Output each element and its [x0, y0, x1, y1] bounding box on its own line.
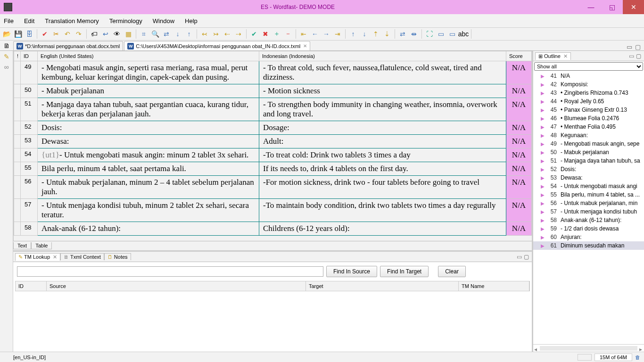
- segment-row[interactable]: 56- Untuk mabuk perjalanan, minum 2 – 4 …: [14, 176, 532, 199]
- segment-target[interactable]: -To maintain body condition, drink two t…: [259, 199, 506, 222]
- next-alt-icon[interactable]: ⇣: [382, 29, 392, 39]
- segment-source[interactable]: {ut1}- Untuk mengobati masuk angin: minu…: [38, 148, 259, 162]
- segment-row[interactable]: 51- Manjaga daya tahan tubuh, saat perga…: [14, 98, 532, 121]
- segment-source[interactable]: Bila perlu, minum 4 tablet, saat pertama…: [38, 162, 259, 176]
- tab-outline[interactable]: ⊞Outline✕: [535, 52, 571, 60]
- tab-txml-context[interactable]: 🗎Txml Context: [60, 253, 104, 260]
- outline-item[interactable]: ▶44• Royal Jelly 0.65: [533, 97, 644, 106]
- menu-file[interactable]: File: [2, 16, 16, 25]
- cut-icon[interactable]: ✂: [51, 29, 61, 39]
- tm-col-source[interactable]: Source: [47, 281, 306, 291]
- menu-terminology[interactable]: Terminology: [107, 16, 144, 25]
- outline-item[interactable]: ▶47• Menthae Folia 0.495: [533, 123, 644, 131]
- outline-item[interactable]: ▶61Diminum sesudah makan: [533, 241, 644, 250]
- outline-item[interactable]: ▶51- Manjaga daya tahan tubuh, sa: [533, 156, 644, 165]
- panel-max-icon[interactable]: ▢: [523, 254, 530, 260]
- filter-icon[interactable]: ▦: [124, 29, 133, 39]
- reject-icon[interactable]: ✖: [261, 29, 270, 39]
- window2-icon[interactable]: ▭: [447, 29, 457, 39]
- nav-down-icon[interactable]: ↓: [173, 29, 182, 39]
- segment-row[interactable]: 52Dosis:Dosage:N/A: [14, 121, 532, 135]
- unlink-icon[interactable]: ⇹: [409, 29, 419, 39]
- outline-item[interactable]: ▶42Komposisi:: [533, 80, 644, 89]
- outline-item[interactable]: ▶43• Zingiberis Rhizoma 0.743: [533, 89, 644, 97]
- copy-source-icon[interactable]: ⇄: [162, 29, 171, 39]
- redo-icon[interactable]: ↷: [74, 29, 83, 39]
- outline-max-icon[interactable]: ▢: [635, 53, 642, 59]
- segment-row[interactable]: 50- Mabuk perjalanan- Motion sicknessN/A: [14, 84, 532, 98]
- save-icon[interactable]: 💾: [13, 29, 23, 39]
- outline-item[interactable]: ▶59- 1/2 dari dosis dewasa: [533, 224, 644, 233]
- tm-col-id[interactable]: ID: [16, 281, 47, 291]
- col-id[interactable]: ID: [21, 51, 38, 61]
- nav-up-icon[interactable]: ↑: [184, 29, 194, 39]
- confirm-icon[interactable]: ✔: [249, 29, 259, 39]
- outline-tree[interactable]: ▶41N/A▶42Komposisi:▶43• Zingiberis Rhizo…: [533, 72, 644, 344]
- tag-icon[interactable]: 🏷: [90, 29, 99, 39]
- pen-icon[interactable]: ✎: [4, 53, 9, 60]
- prev-untrans-icon[interactable]: ↢: [200, 29, 209, 39]
- find-in-target-button[interactable]: Find In Target: [380, 266, 429, 277]
- outline-item[interactable]: ▶41N/A: [533, 72, 644, 80]
- segment-row[interactable]: 54{ut1}- Untuk mengobati masuk angin: mi…: [14, 148, 532, 162]
- clear-button[interactable]: Clear: [438, 266, 466, 277]
- last-icon[interactable]: ⇥: [333, 29, 342, 39]
- segment-target[interactable]: Childrens (6-12 years old):: [259, 222, 506, 236]
- segment-row[interactable]: 58Anak-anak (6-12 tahun):Childrens (6-12…: [14, 222, 532, 236]
- remove-icon[interactable]: －: [283, 29, 293, 39]
- prev-note-icon[interactable]: ⇠: [223, 29, 232, 39]
- next-note-icon[interactable]: ⇢: [234, 29, 243, 39]
- outline-item[interactable]: ▶53Dewasa:: [533, 173, 644, 182]
- outline-filter-select[interactable]: Show all: [534, 62, 643, 71]
- wrap-icon[interactable]: ↩: [101, 29, 110, 39]
- segment-target[interactable]: -For motion sickness, drink two - four t…: [259, 176, 506, 199]
- menu-help[interactable]: Help: [183, 16, 199, 25]
- link-icon[interactable]: ⇄: [398, 29, 407, 39]
- segment-target[interactable]: - To threat cold, such fever, naussea,fl…: [259, 61, 506, 84]
- tab-tm-lookup[interactable]: ✎TM Lookup✕: [15, 253, 60, 261]
- col-flag[interactable]: !: [14, 51, 21, 61]
- segment-source[interactable]: Dosis:: [38, 121, 259, 135]
- segment-source[interactable]: Anak-anak (6-12 tahun):: [38, 222, 259, 236]
- outline-hscroll[interactable]: ◂▸: [533, 344, 644, 352]
- close-tab-icon[interactable]: ✕: [303, 43, 307, 49]
- tm-col-tmname[interactable]: TM Name: [459, 281, 529, 291]
- next-seg-icon[interactable]: ↓: [360, 29, 369, 39]
- outline-min-icon[interactable]: ▭: [628, 53, 635, 59]
- segment-target[interactable]: -To treat cold: Drink two tablets 3 time…: [259, 148, 506, 162]
- outline-item[interactable]: ▶52Dosis:: [533, 165, 644, 173]
- minimize-button[interactable]: —: [580, 0, 602, 14]
- analyze-icon[interactable]: ⌗: [139, 29, 149, 39]
- add-icon[interactable]: ＋: [272, 29, 281, 39]
- link2-icon[interactable]: ∞: [4, 63, 9, 71]
- maximize-view-icon[interactable]: ▢: [634, 43, 642, 50]
- tab-table[interactable]: Table: [31, 242, 52, 249]
- segment-target[interactable]: - Motion sickness: [259, 84, 506, 98]
- next-untrans-icon[interactable]: ↣: [211, 29, 221, 39]
- segment-row[interactable]: 55Bila perlu, minum 4 tablet, saat perta…: [14, 162, 532, 176]
- outline-item[interactable]: ▶54- Untuk mengobati masuk angi: [533, 182, 644, 190]
- undo-icon[interactable]: ↶: [63, 29, 72, 39]
- prev-alt-icon[interactable]: ⇡: [371, 29, 380, 39]
- first-icon[interactable]: ⇤: [299, 29, 308, 39]
- expand-icon[interactable]: ⛶: [425, 29, 434, 39]
- next-icon[interactable]: →: [322, 29, 331, 39]
- close-button[interactable]: ✕: [623, 0, 644, 14]
- outline-item[interactable]: ▶50- Mabuk perjalanan: [533, 148, 644, 156]
- outline-item[interactable]: ▶49- Mengobati masuk angin, sepe: [533, 140, 644, 148]
- char-icon[interactable]: abc: [459, 29, 468, 39]
- outline-item[interactable]: ▶60Anjuran:: [533, 233, 644, 241]
- tm-search-input[interactable]: [17, 266, 323, 277]
- outline-item[interactable]: ▶45• Panax Ginseng Extr 0.13: [533, 106, 644, 114]
- maximize-button[interactable]: ◱: [602, 0, 623, 14]
- segment-source[interactable]: - Untuk mabuk perjalanan, minum 2 – 4 ta…: [38, 176, 259, 199]
- segment-source[interactable]: - Manjaga daya tahan tubuh, saat pergant…: [38, 98, 259, 121]
- col-target[interactable]: Indonesian (Indonesia): [259, 51, 506, 61]
- outline-item[interactable]: ▶58Anak-anak (6-12 tahun):: [533, 216, 644, 224]
- preview-icon[interactable]: 👁: [112, 29, 122, 39]
- find-in-source-button[interactable]: Find In Source: [326, 266, 377, 277]
- segment-source[interactable]: - Mabuk perjalanan: [38, 84, 259, 98]
- segment-target[interactable]: Dosage:: [259, 121, 506, 135]
- segment-source[interactable]: - Untuk menjaga kondisi tubuh, minum 2 t…: [38, 199, 259, 222]
- open-icon[interactable]: 📂: [2, 29, 11, 39]
